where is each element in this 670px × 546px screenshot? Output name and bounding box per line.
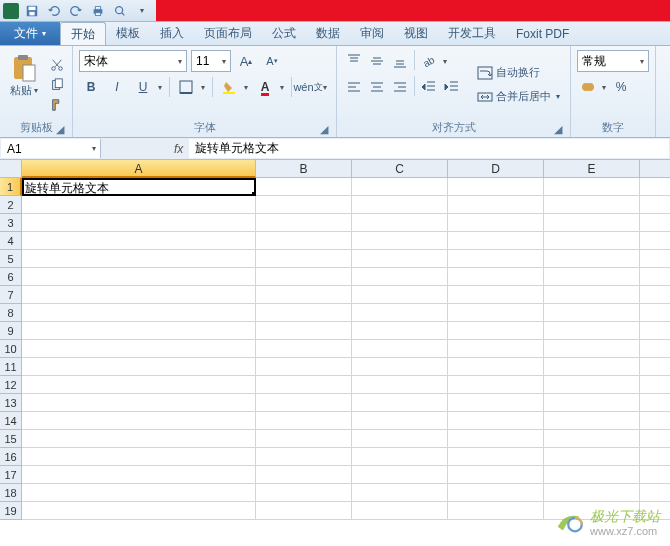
cell[interactable] xyxy=(352,322,448,340)
cell[interactable] xyxy=(256,376,352,394)
cell[interactable] xyxy=(544,376,640,394)
tab-formulas[interactable]: 公式 xyxy=(262,22,306,45)
decrease-indent-icon[interactable] xyxy=(418,76,440,98)
cell[interactable] xyxy=(256,466,352,484)
cell[interactable] xyxy=(640,376,670,394)
cell[interactable] xyxy=(22,286,256,304)
cell[interactable] xyxy=(256,250,352,268)
cell[interactable] xyxy=(640,214,670,232)
italic-button[interactable]: I xyxy=(105,76,129,98)
cell[interactable] xyxy=(640,304,670,322)
col-header-d[interactable]: D xyxy=(448,160,544,178)
row-header[interactable]: 14 xyxy=(0,412,22,430)
cell[interactable] xyxy=(22,412,256,430)
cell[interactable] xyxy=(22,484,256,502)
cell[interactable] xyxy=(448,394,544,412)
cell[interactable] xyxy=(256,232,352,250)
row-header[interactable]: 12 xyxy=(0,376,22,394)
row-header[interactable]: 19 xyxy=(0,502,22,520)
cell[interactable] xyxy=(544,340,640,358)
cell[interactable] xyxy=(256,394,352,412)
cell[interactable] xyxy=(544,448,640,466)
col-header-e[interactable]: E xyxy=(544,160,640,178)
cells[interactable]: 旋转单元格文本 xyxy=(22,178,670,520)
clipboard-launcher-icon[interactable]: ◢ xyxy=(54,123,66,135)
cell[interactable] xyxy=(448,196,544,214)
col-header-b[interactable]: B xyxy=(256,160,352,178)
cell[interactable] xyxy=(256,196,352,214)
fill-color-dropdown[interactable]: ▾ xyxy=(241,76,251,98)
align-right-icon[interactable] xyxy=(389,76,411,98)
copy-icon[interactable] xyxy=(48,77,66,93)
col-header-f[interactable]: F xyxy=(640,160,670,178)
cell[interactable] xyxy=(22,196,256,214)
border-dropdown[interactable]: ▾ xyxy=(198,76,208,98)
cell[interactable] xyxy=(640,268,670,286)
cell[interactable] xyxy=(640,250,670,268)
cell[interactable] xyxy=(640,412,670,430)
cell[interactable] xyxy=(22,430,256,448)
cell[interactable] xyxy=(640,232,670,250)
print-icon[interactable] xyxy=(88,2,108,20)
cell[interactable] xyxy=(352,340,448,358)
cell[interactable] xyxy=(448,268,544,286)
cell[interactable] xyxy=(448,376,544,394)
cell[interactable] xyxy=(544,286,640,304)
cell[interactable] xyxy=(352,502,448,520)
row-header[interactable]: 1 xyxy=(0,178,22,196)
cell[interactable] xyxy=(352,394,448,412)
cell[interactable] xyxy=(352,376,448,394)
cell[interactable] xyxy=(22,358,256,376)
cell[interactable] xyxy=(22,304,256,322)
fx-icon[interactable]: fx xyxy=(168,138,189,159)
cell[interactable] xyxy=(352,178,448,196)
cell[interactable] xyxy=(256,304,352,322)
cell[interactable] xyxy=(256,286,352,304)
cell[interactable] xyxy=(352,268,448,286)
font-launcher-icon[interactable]: ◢ xyxy=(318,123,330,135)
cell[interactable] xyxy=(448,340,544,358)
cell[interactable] xyxy=(544,214,640,232)
cell[interactable] xyxy=(640,484,670,502)
cell[interactable] xyxy=(640,448,670,466)
cell[interactable] xyxy=(544,466,640,484)
cell[interactable] xyxy=(22,268,256,286)
row-header[interactable]: 5 xyxy=(0,250,22,268)
cell[interactable] xyxy=(256,214,352,232)
cell[interactable] xyxy=(448,412,544,430)
cell[interactable] xyxy=(544,178,640,196)
name-box[interactable]: ▾ xyxy=(1,139,101,158)
number-format-combo[interactable]: 常规▾ xyxy=(577,50,649,72)
cell[interactable] xyxy=(544,484,640,502)
cell[interactable] xyxy=(22,448,256,466)
format-painter-icon[interactable] xyxy=(48,97,66,113)
cell[interactable] xyxy=(640,430,670,448)
col-header-a[interactable]: A xyxy=(22,160,256,178)
phonetic-dropdown[interactable]: ▾ xyxy=(320,76,330,98)
cell[interactable] xyxy=(256,268,352,286)
cell[interactable] xyxy=(544,196,640,214)
tab-foxit-pdf[interactable]: Foxit PDF xyxy=(506,22,579,45)
tab-developer[interactable]: 开发工具 xyxy=(438,22,506,45)
cell[interactable] xyxy=(640,394,670,412)
cell[interactable] xyxy=(352,196,448,214)
cell[interactable] xyxy=(448,250,544,268)
merge-center-button[interactable]: 合并后居中▾ xyxy=(473,86,564,108)
font-color-dropdown[interactable]: ▾ xyxy=(277,76,287,98)
cell[interactable] xyxy=(544,304,640,322)
cell[interactable] xyxy=(352,466,448,484)
cell[interactable] xyxy=(256,340,352,358)
cell[interactable] xyxy=(448,484,544,502)
cell[interactable] xyxy=(448,448,544,466)
file-tab[interactable]: 文件▾ xyxy=(0,22,60,45)
row-header[interactable]: 11 xyxy=(0,358,22,376)
cell[interactable] xyxy=(640,340,670,358)
cell[interactable] xyxy=(352,412,448,430)
tab-review[interactable]: 审阅 xyxy=(350,22,394,45)
cell[interactable] xyxy=(544,250,640,268)
tab-template[interactable]: 模板 xyxy=(106,22,150,45)
save-icon[interactable] xyxy=(22,2,42,20)
cell[interactable] xyxy=(448,322,544,340)
undo-icon[interactable] xyxy=(44,2,64,20)
cell[interactable] xyxy=(448,304,544,322)
